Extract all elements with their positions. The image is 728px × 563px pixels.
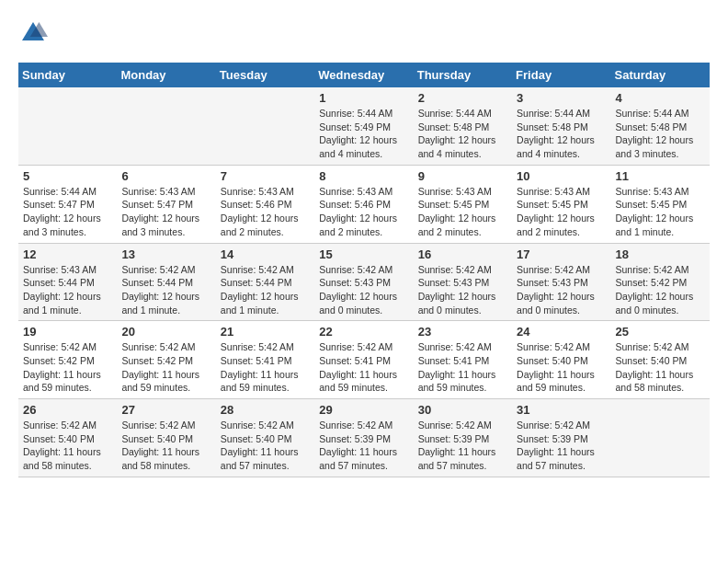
day-number: 18 <box>616 247 705 261</box>
day-info: Sunrise: 5:42 AM Sunset: 5:42 PM Dayligh… <box>616 263 705 317</box>
day-info: Sunrise: 5:42 AM Sunset: 5:43 PM Dayligh… <box>418 263 507 317</box>
calendar-cell: 21Sunrise: 5:42 AM Sunset: 5:41 PM Dayli… <box>216 321 314 399</box>
calendar-cell: 30Sunrise: 5:42 AM Sunset: 5:39 PM Dayli… <box>414 399 512 477</box>
day-number: 12 <box>23 247 112 261</box>
calendar-cell: 18Sunrise: 5:42 AM Sunset: 5:42 PM Dayli… <box>611 243 710 321</box>
calendar-cell: 27Sunrise: 5:42 AM Sunset: 5:40 PM Dayli… <box>117 399 215 477</box>
logo <box>18 18 51 48</box>
day-info: Sunrise: 5:43 AM Sunset: 5:47 PM Dayligh… <box>121 185 210 239</box>
calendar-cell: 28Sunrise: 5:42 AM Sunset: 5:40 PM Dayli… <box>216 399 314 477</box>
day-info: Sunrise: 5:42 AM Sunset: 5:39 PM Dayligh… <box>319 419 408 473</box>
calendar-cell <box>611 399 710 477</box>
calendar-cell: 4Sunrise: 5:44 AM Sunset: 5:48 PM Daylig… <box>611 87 710 165</box>
calendar-week-row: 12Sunrise: 5:43 AM Sunset: 5:44 PM Dayli… <box>18 243 710 321</box>
day-info: Sunrise: 5:44 AM Sunset: 5:48 PM Dayligh… <box>418 107 507 161</box>
calendar-cell: 24Sunrise: 5:42 AM Sunset: 5:40 PM Dayli… <box>512 321 610 399</box>
day-number: 31 <box>517 403 606 417</box>
day-info: Sunrise: 5:42 AM Sunset: 5:40 PM Dayligh… <box>121 419 210 473</box>
day-number: 22 <box>319 325 408 339</box>
day-info: Sunrise: 5:42 AM Sunset: 5:44 PM Dayligh… <box>121 263 210 317</box>
day-number: 28 <box>221 403 310 417</box>
day-info: Sunrise: 5:42 AM Sunset: 5:40 PM Dayligh… <box>23 419 112 473</box>
day-number: 25 <box>616 325 705 339</box>
calendar-cell: 8Sunrise: 5:43 AM Sunset: 5:46 PM Daylig… <box>314 165 413 243</box>
calendar-cell: 6Sunrise: 5:43 AM Sunset: 5:47 PM Daylig… <box>117 165 215 243</box>
day-info: Sunrise: 5:42 AM Sunset: 5:42 PM Dayligh… <box>23 340 112 395</box>
header-day: Friday <box>512 63 610 87</box>
calendar-cell: 12Sunrise: 5:43 AM Sunset: 5:44 PM Dayli… <box>18 243 117 321</box>
day-number: 3 <box>517 91 606 105</box>
calendar-cell <box>216 87 314 165</box>
day-info: Sunrise: 5:44 AM Sunset: 5:48 PM Dayligh… <box>517 107 606 161</box>
calendar-cell: 7Sunrise: 5:43 AM Sunset: 5:46 PM Daylig… <box>216 165 314 243</box>
calendar-cell: 26Sunrise: 5:42 AM Sunset: 5:40 PM Dayli… <box>18 399 117 477</box>
day-number: 8 <box>319 169 408 183</box>
day-number: 10 <box>517 169 606 183</box>
calendar-cell <box>18 87 117 165</box>
day-number: 29 <box>319 403 408 417</box>
header-day: Monday <box>117 63 215 87</box>
day-info: Sunrise: 5:42 AM Sunset: 5:44 PM Dayligh… <box>221 263 310 317</box>
day-info: Sunrise: 5:44 AM Sunset: 5:47 PM Dayligh… <box>23 185 112 239</box>
calendar-cell: 1Sunrise: 5:44 AM Sunset: 5:49 PM Daylig… <box>314 87 413 165</box>
day-info: Sunrise: 5:42 AM Sunset: 5:40 PM Dayligh… <box>616 340 705 395</box>
calendar-header: SundayMondayTuesdayWednesdayThursdayFrid… <box>18 63 710 87</box>
calendar-cell: 3Sunrise: 5:44 AM Sunset: 5:48 PM Daylig… <box>512 87 610 165</box>
day-info: Sunrise: 5:44 AM Sunset: 5:49 PM Dayligh… <box>319 107 408 161</box>
calendar-cell: 29Sunrise: 5:42 AM Sunset: 5:39 PM Dayli… <box>314 399 413 477</box>
calendar-cell: 10Sunrise: 5:43 AM Sunset: 5:45 PM Dayli… <box>512 165 610 243</box>
day-info: Sunrise: 5:42 AM Sunset: 5:40 PM Dayligh… <box>221 419 310 473</box>
day-info: Sunrise: 5:43 AM Sunset: 5:44 PM Dayligh… <box>23 263 112 317</box>
day-number: 21 <box>221 325 310 339</box>
day-number: 20 <box>121 325 210 339</box>
day-info: Sunrise: 5:42 AM Sunset: 5:43 PM Dayligh… <box>319 263 408 317</box>
day-number: 16 <box>418 247 507 261</box>
header-day: Thursday <box>414 63 512 87</box>
page-header <box>18 18 710 48</box>
day-number: 15 <box>319 247 408 261</box>
day-info: Sunrise: 5:43 AM Sunset: 5:45 PM Dayligh… <box>616 185 705 239</box>
header-day: Wednesday <box>314 63 413 87</box>
day-number: 13 <box>121 247 210 261</box>
calendar-cell: 23Sunrise: 5:42 AM Sunset: 5:41 PM Dayli… <box>414 321 512 399</box>
day-number: 23 <box>418 325 507 339</box>
day-number: 6 <box>121 169 210 183</box>
day-info: Sunrise: 5:43 AM Sunset: 5:46 PM Dayligh… <box>221 185 310 239</box>
day-number: 2 <box>418 91 507 105</box>
day-number: 4 <box>616 91 705 105</box>
day-number: 1 <box>319 91 408 105</box>
day-number: 27 <box>121 403 210 417</box>
calendar-cell: 9Sunrise: 5:43 AM Sunset: 5:45 PM Daylig… <box>414 165 512 243</box>
calendar-cell: 19Sunrise: 5:42 AM Sunset: 5:42 PM Dayli… <box>18 321 117 399</box>
header-day: Tuesday <box>216 63 314 87</box>
day-number: 14 <box>221 247 310 261</box>
calendar-week-row: 5Sunrise: 5:44 AM Sunset: 5:47 PM Daylig… <box>18 165 710 243</box>
day-number: 5 <box>23 169 112 183</box>
day-info: Sunrise: 5:44 AM Sunset: 5:48 PM Dayligh… <box>616 107 705 161</box>
day-info: Sunrise: 5:42 AM Sunset: 5:42 PM Dayligh… <box>121 340 210 395</box>
calendar-cell: 22Sunrise: 5:42 AM Sunset: 5:41 PM Dayli… <box>314 321 413 399</box>
calendar-week-row: 1Sunrise: 5:44 AM Sunset: 5:49 PM Daylig… <box>18 87 710 165</box>
day-number: 7 <box>221 169 310 183</box>
calendar-table: SundayMondayTuesdayWednesdayThursdayFrid… <box>18 63 710 477</box>
day-number: 30 <box>418 403 507 417</box>
day-info: Sunrise: 5:43 AM Sunset: 5:45 PM Dayligh… <box>517 185 606 239</box>
calendar-body: 1Sunrise: 5:44 AM Sunset: 5:49 PM Daylig… <box>18 87 710 477</box>
day-info: Sunrise: 5:43 AM Sunset: 5:45 PM Dayligh… <box>418 185 507 239</box>
day-number: 26 <box>23 403 112 417</box>
calendar-cell: 14Sunrise: 5:42 AM Sunset: 5:44 PM Dayli… <box>216 243 314 321</box>
day-info: Sunrise: 5:42 AM Sunset: 5:39 PM Dayligh… <box>517 419 606 473</box>
calendar-cell: 17Sunrise: 5:42 AM Sunset: 5:43 PM Dayli… <box>512 243 610 321</box>
calendar-cell: 15Sunrise: 5:42 AM Sunset: 5:43 PM Dayli… <box>314 243 413 321</box>
day-number: 17 <box>517 247 606 261</box>
day-number: 11 <box>616 169 705 183</box>
day-number: 9 <box>418 169 507 183</box>
day-info: Sunrise: 5:42 AM Sunset: 5:39 PM Dayligh… <box>418 419 507 473</box>
calendar-cell <box>117 87 215 165</box>
calendar-cell: 25Sunrise: 5:42 AM Sunset: 5:40 PM Dayli… <box>611 321 710 399</box>
day-info: Sunrise: 5:42 AM Sunset: 5:41 PM Dayligh… <box>221 340 310 395</box>
calendar-cell: 2Sunrise: 5:44 AM Sunset: 5:48 PM Daylig… <box>414 87 512 165</box>
day-info: Sunrise: 5:42 AM Sunset: 5:41 PM Dayligh… <box>319 340 408 395</box>
header-day: Sunday <box>18 63 117 87</box>
calendar-cell: 31Sunrise: 5:42 AM Sunset: 5:39 PM Dayli… <box>512 399 610 477</box>
